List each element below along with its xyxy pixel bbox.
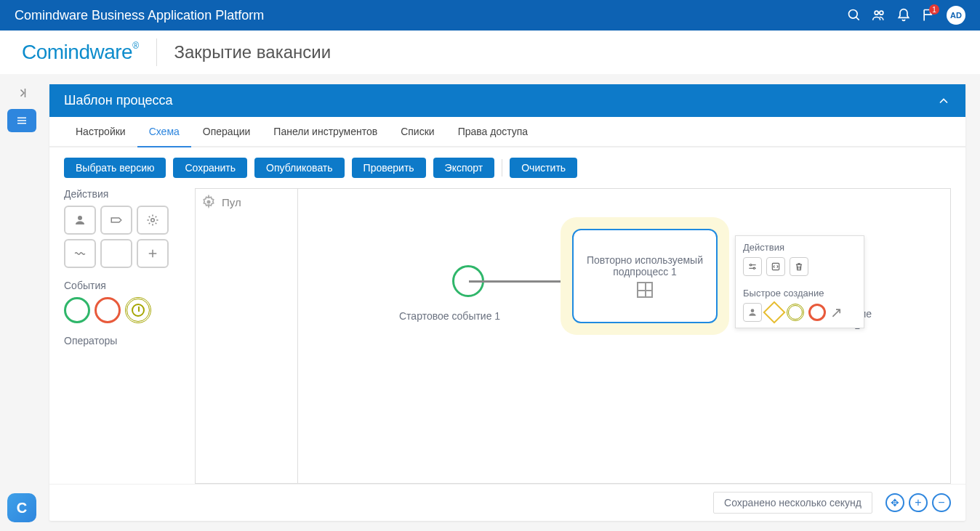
start-event-icon[interactable] [64,297,90,323]
context-popup: Действия Быстрое создание [735,235,864,328]
quick-intermediate-event-icon[interactable] [787,304,804,321]
svg-point-18 [751,309,755,312]
popup-actions-label: Действия [743,242,856,253]
settings-action-icon[interactable] [743,257,762,276]
add-task-icon[interactable] [137,239,169,268]
subprocess-icon[interactable] [64,239,96,268]
save-status: Сохранено несколько секунд [713,492,872,514]
bpmn-canvas[interactable]: Пул Стартовое событие 1 Повторно использ… [195,188,951,484]
top-header: Comindware Business Application Platform… [0,0,980,31]
logo-bar: Comindware® Закрытие вакансии [0,31,980,74]
quick-end-event-icon[interactable] [808,304,826,321]
tab-toolbars[interactable]: Панели инструментов [262,117,389,147]
tab-schema[interactable]: Схема [137,117,191,147]
clear-button[interactable]: Очистить [510,158,577,178]
tab-operations[interactable]: Операции [191,117,262,147]
quick-user-task-icon[interactable] [743,303,762,322]
left-rail: C [0,74,44,531]
tabs: Настройки Схема Операции Панели инструме… [49,117,965,147]
blank-task-icon[interactable] [100,239,132,268]
svg-point-8 [78,216,82,220]
process-template-panel: Шаблон процесса Настройки Схема Операции… [49,84,965,521]
tab-settings[interactable]: Настройки [64,117,137,147]
select-version-button[interactable]: Выбрать версию [64,158,166,178]
service-task-icon[interactable] [100,206,132,235]
gear-icon [201,195,216,209]
menu-button[interactable] [7,109,36,132]
svg-point-9 [151,219,155,222]
app-title: Comindware Business Application Platform [15,8,264,23]
avatar[interactable]: AD [947,6,965,25]
tab-permissions[interactable]: Права доступа [446,117,539,147]
export-button[interactable]: Экспорт [433,158,495,178]
svg-point-2 [875,11,878,15]
palette-operators-label: Операторы [64,335,186,346]
zoom-in-button[interactable]: + [909,493,928,512]
collapse-button[interactable] [7,81,36,105]
end-event-icon[interactable] [95,297,121,323]
pan-button[interactable]: ✥ [885,493,904,512]
panel-header[interactable]: Шаблон процесса [49,84,965,117]
palette-actions-label: Действия [64,188,186,200]
page-title: Закрытие вакансии [174,42,332,62]
start-event-node[interactable]: Стартовое событие 1 [435,265,500,322]
svg-point-16 [753,267,755,269]
brand-logo: Comindware® [22,41,139,64]
tab-lists[interactable]: Списки [389,117,446,147]
script-task-icon[interactable] [137,206,169,235]
delete-action-icon[interactable] [790,257,808,276]
script-action-icon[interactable] [766,257,785,276]
zoom-out-button[interactable]: − [932,493,951,512]
toolbar: Выбрать версию Сохранить Опубликовать Пр… [49,147,965,188]
svg-line-1 [856,17,859,20]
chevron-up-icon [936,94,951,108]
subprocess-node[interactable]: Повторно используемый подпроцесс 1 [572,229,718,323]
timer-event-icon[interactable] [125,297,151,323]
canvas-footer: Сохранено несколько секунд ✥ + − [49,484,965,521]
notification-badge: 1 [929,4,939,15]
subprocess-marker-icon [637,282,653,298]
svg-point-15 [750,264,752,266]
svg-point-3 [880,11,883,15]
search-icon[interactable] [842,3,867,28]
quick-gateway-icon[interactable] [763,301,785,323]
svg-point-0 [849,10,858,19]
check-button[interactable]: Проверить [352,158,426,178]
flag-icon[interactable]: 1 [916,3,941,28]
bell-icon[interactable] [891,3,916,28]
save-button[interactable]: Сохранить [173,158,247,178]
quick-sequence-flow-icon[interactable] [830,304,848,321]
element-palette: Действия События [64,188,195,484]
pool-header[interactable]: Пул [201,195,241,209]
publish-button[interactable]: Опубликовать [254,158,345,178]
popup-quick-create-label: Быстрое создание [743,288,856,299]
people-icon[interactable] [867,3,891,28]
app-launcher-icon[interactable]: C [7,493,36,522]
svg-point-12 [207,200,211,204]
palette-events-label: События [64,280,186,291]
user-task-icon[interactable] [64,206,96,235]
